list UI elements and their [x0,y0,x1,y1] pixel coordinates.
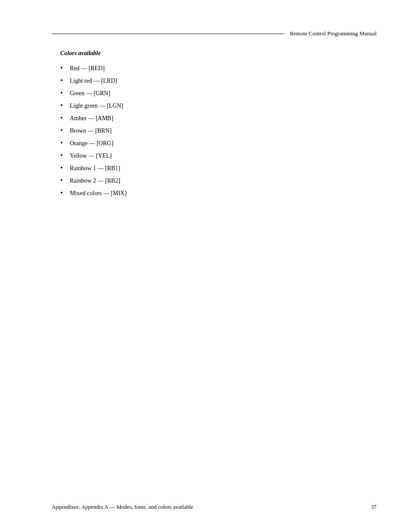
bullet-icon: • [60,150,68,161]
section-heading: Colors available [60,50,377,57]
bullet-icon: • [60,88,68,98]
bullet-icon: • [60,188,68,198]
list-item: •Red — [RED] [60,63,377,73]
footer-left-text: Appendixes: Appendix A — Modes, fonts, a… [52,504,193,510]
color-item-text: Rainbow 1 — [RB1] [70,164,120,173]
color-item-text: Mixed colors — [MIX] [70,189,127,198]
color-item-text: Rainbow 2 — [RB2] [70,176,120,185]
list-item: •Light red — [LRD] [60,75,377,86]
color-item-text: Brown — [BRN] [70,126,112,135]
list-item: •Mixed colors — [MIX] [60,188,377,198]
list-item: •Light green — [LGN] [60,100,377,111]
color-item-text: Yellow — [YEL] [70,151,112,160]
bullet-icon: • [60,63,68,73]
color-item-text: Red — [RED] [70,64,105,73]
bullet-icon: • [60,125,68,136]
color-item-text: Light red — [LRD] [70,76,117,85]
list-item: •Rainbow 2 — [RB2] [60,175,377,186]
header-rule [52,34,285,34]
list-item: •Rainbow 1 — [RB1] [60,163,377,173]
bullet-icon: • [60,75,68,86]
color-item-text: Light green — [LGN] [70,101,123,110]
color-item-text: Green — [GRN] [70,89,110,98]
bullet-icon: • [60,100,68,111]
list-item: •Amber — [AMB] [60,113,377,123]
bullet-icon: • [60,163,68,173]
list-item: •Yellow — [YEL] [60,150,377,161]
page-number: 37 [371,504,377,510]
header-title: Remote Control Programming Manual [290,30,377,37]
list-item: •Orange — [ORG] [60,138,377,148]
list-item: •Green — [GRN] [60,88,377,98]
color-item-text: Orange — [ORG] [70,139,113,148]
page-footer: Appendixes: Appendix A — Modes, fonts, a… [52,504,377,510]
color-item-text: Amber — [AMB] [70,114,113,123]
bullet-icon: • [60,175,68,186]
page-header: Remote Control Programming Manual [52,26,377,37]
main-content: Colors available •Red — [RED]•Light red … [52,50,377,198]
bullet-icon: • [60,138,68,148]
list-item: •Brown — [BRN] [60,125,377,136]
color-list: •Red — [RED]•Light red — [LRD]•Green — [… [60,63,377,198]
page-container: Remote Control Programming Manual Colors… [0,0,411,532]
bullet-icon: • [60,113,68,123]
